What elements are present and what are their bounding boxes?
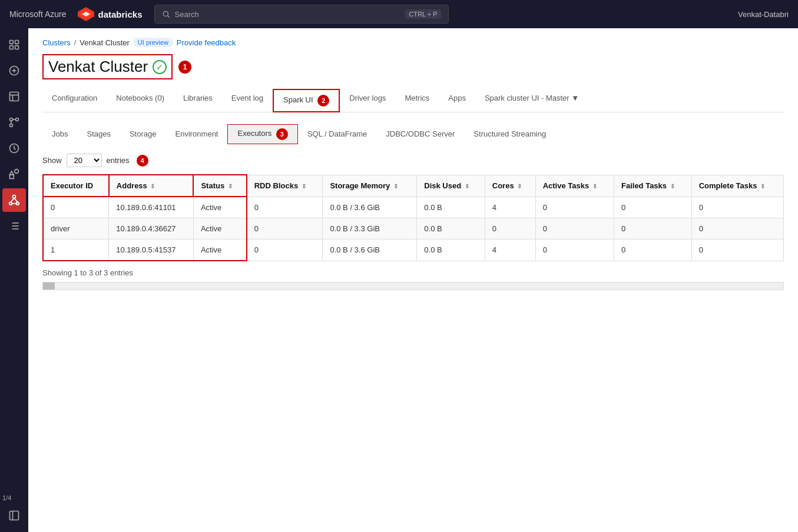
history-icon <box>8 142 20 154</box>
cell-failed-1: 0 <box>614 240 691 261</box>
svg-point-0 <box>163 11 168 16</box>
entries-select[interactable]: 20 10 50 100 <box>67 154 102 167</box>
sidebar-item-shapes[interactable] <box>2 162 26 186</box>
svg-line-25 <box>14 198 18 202</box>
tab-driverlogs[interactable]: Driver logs <box>340 89 395 112</box>
show-label: Show <box>42 156 62 165</box>
shapes-icon <box>8 168 20 180</box>
sidebar-item-workspace[interactable] <box>2 85 26 108</box>
svg-line-24 <box>11 198 14 202</box>
cluster-title-box: Venkat Cluster ✓ <box>42 54 173 79</box>
tab-apps[interactable]: Apps <box>439 89 475 112</box>
top-bar: Microsoft Azure databricks Search CTRL +… <box>0 0 798 28</box>
tab-libraries[interactable]: Libraries <box>174 89 222 112</box>
cell-address-driver: 10.189.0.4:36627 <box>109 218 194 240</box>
breadcrumb-preview-badge: UI preview <box>133 38 173 47</box>
tab-eventlog[interactable]: Event log <box>222 89 273 112</box>
cell-address-0: 10.189.0.6:41101 <box>109 197 194 218</box>
cell-disk-0: 0.0 B <box>417 197 485 218</box>
col-failed-tasks[interactable]: Failed Tasks ⇕ <box>614 175 691 197</box>
col-disk-used[interactable]: Disk Used ⇕ <box>417 175 485 197</box>
cell-cores-0: 4 <box>485 197 535 218</box>
complete-sort-icon: ⇕ <box>760 183 765 189</box>
sub-tab-jobs[interactable]: Jobs <box>42 126 77 143</box>
sub-tab-environment[interactable]: Environment <box>166 126 228 143</box>
search-icon <box>162 10 170 18</box>
layout: 1/4 Clusters / Venkat Cluster UI preview… <box>0 28 798 532</box>
breadcrumb: Clusters / Venkat Cluster UI preview Pro… <box>42 38 784 47</box>
badge-1: 1 <box>178 61 191 74</box>
sub-tab-sql[interactable]: SQL / DataFrame <box>298 126 376 143</box>
sub-tab-stages[interactable]: Stages <box>77 126 120 143</box>
col-status[interactable]: Status ⇕ <box>193 175 246 197</box>
entries-suffix: entries <box>107 156 130 165</box>
breadcrumb-separator: / <box>74 38 77 47</box>
cores-sort-icon: ⇕ <box>517 183 522 189</box>
cell-cores-1: 4 <box>485 240 535 261</box>
sidebar-item-jobs[interactable] <box>2 214 26 238</box>
sub-tab-storage[interactable]: Storage <box>120 126 166 143</box>
breadcrumb-clusters-link[interactable]: Clusters <box>42 38 71 47</box>
sidebar-item-clusters[interactable] <box>2 188 26 212</box>
col-address[interactable]: Address ⇕ <box>109 175 194 197</box>
sidebar: 1/4 <box>0 28 28 532</box>
sidebar-item-expand[interactable] <box>2 504 26 527</box>
clusters-icon <box>8 194 20 206</box>
cell-complete-driver: 0 <box>691 218 783 240</box>
sub-tab-executors[interactable]: Executors 3 <box>227 124 297 144</box>
col-cores[interactable]: Cores ⇕ <box>485 175 535 197</box>
sidebar-bottom: 1/4 <box>2 492 26 527</box>
breadcrumb-cluster-name: Venkat Cluster <box>80 38 130 47</box>
cluster-status-icon: ✓ <box>153 60 167 74</box>
tab-configuration[interactable]: Configuration <box>42 89 107 112</box>
cell-active-0: 0 <box>535 197 614 218</box>
databricks-logo: databricks <box>78 7 142 21</box>
col-complete-tasks[interactable]: Complete Tasks ⇕ <box>691 175 783 197</box>
cell-status-0: Active <box>193 197 246 218</box>
svg-point-12 <box>10 118 13 121</box>
storage-sort-icon: ⇕ <box>393 183 398 189</box>
showing-entries: Showing 1 to 3 of 3 entries <box>42 268 133 277</box>
tab-sparkui[interactable]: Spark UI 2 <box>273 89 340 112</box>
sub-tab-jdbc[interactable]: JDBC/ODBC Server <box>376 126 464 143</box>
home-icon <box>8 39 20 51</box>
cell-storage-0: 0.0 B / 3.6 GiB <box>323 197 417 218</box>
sidebar-item-history[interactable] <box>2 137 26 160</box>
cluster-title-row: Venkat Cluster ✓ 1 <box>42 54 784 79</box>
horizontal-scrollbar[interactable] <box>42 282 784 290</box>
cell-active-1: 0 <box>535 240 614 261</box>
tab-notebooks[interactable]: Notebooks (0) <box>107 89 174 112</box>
cell-status-driver: Active <box>193 218 246 240</box>
cell-failed-0: 0 <box>614 197 691 218</box>
breadcrumb-feedback-link[interactable]: Provide feedback <box>177 38 236 47</box>
scrollbar-thumb[interactable] <box>43 282 55 290</box>
col-storage-memory[interactable]: Storage Memory ⇕ <box>323 175 417 197</box>
address-sort-icon: ⇕ <box>150 183 155 189</box>
tab-sparkcluster[interactable]: Spark cluster UI - Master ▼ <box>475 89 588 112</box>
cell-storage-1: 0.0 B / 3.6 GiB <box>323 240 417 261</box>
col-active-tasks[interactable]: Active Tasks ⇕ <box>535 175 614 197</box>
svg-rect-2 <box>10 41 14 44</box>
cell-disk-1: 0.0 B <box>417 240 485 261</box>
col-rdd-blocks[interactable]: RDD Blocks ⇕ <box>247 175 323 197</box>
svg-rect-4 <box>10 46 14 49</box>
azure-label: Microsoft Azure <box>9 9 66 19</box>
sidebar-item-new[interactable] <box>2 59 26 82</box>
status-sort-icon: ⇕ <box>228 183 233 189</box>
cluster-title: Venkat Cluster <box>48 58 148 76</box>
show-entries-row: Show 20 10 50 100 entries 4 <box>42 154 784 167</box>
cell-executor-id-1: 1 <box>43 240 109 261</box>
sub-tab-streaming[interactable]: Structured Streaming <box>464 126 555 143</box>
cell-executor-id-0: 0 <box>43 197 109 218</box>
failed-sort-icon: ⇕ <box>670 183 675 189</box>
sidebar-item-repos[interactable] <box>2 111 26 134</box>
search-bar[interactable]: Search CTRL + P <box>154 5 449 24</box>
sidebar-item-home[interactable] <box>2 33 26 56</box>
cell-address-1: 10.189.0.5:41537 <box>109 240 194 261</box>
workspace-icon <box>8 91 20 102</box>
cell-active-driver: 0 <box>535 218 614 240</box>
table-footer: Showing 1 to 3 of 3 entries <box>42 268 784 277</box>
cell-rdd-1: 0 <box>247 240 323 261</box>
cell-rdd-driver: 0 <box>247 218 323 240</box>
tab-metrics[interactable]: Metrics <box>395 89 439 112</box>
